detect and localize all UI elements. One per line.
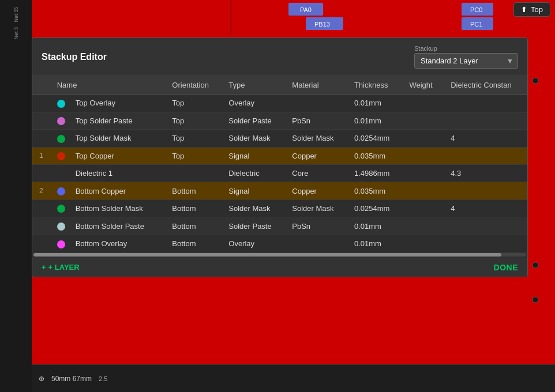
- row-orientation: Top: [165, 95, 222, 112]
- layer-color-dot: [57, 152, 65, 160]
- row-thickness[interactable]: 0.01mm: [347, 217, 402, 235]
- stackup-dropdown[interactable]: Standard 2 Layer Standard 4 Layer Standa…: [414, 53, 518, 69]
- row-index: [32, 130, 50, 148]
- table-row[interactable]: Bottom Solder MaskBottomSolder MaskSolde…: [32, 199, 527, 217]
- row-weight: [402, 235, 444, 252]
- scroll-bar-thumb: [33, 253, 501, 257]
- layers-table-container[interactable]: Name Orientation Type Material Thickness…: [32, 76, 527, 253]
- table-row[interactable]: Bottom Solder PasteBottomSolder PastePbS…: [32, 217, 527, 235]
- stackup-dropdown-wrapper[interactable]: Standard 2 Layer Standard 4 Layer Standa…: [414, 53, 518, 69]
- row-material: Solder Mask: [285, 199, 347, 217]
- top-bar: ⬆ Top: [509, 0, 555, 19]
- row-name[interactable]: Top Solder Paste: [69, 112, 166, 130]
- row-index: 1: [32, 147, 50, 165]
- row-name[interactable]: Bottom Solder Paste: [69, 217, 166, 235]
- done-button[interactable]: DONE: [494, 263, 518, 272]
- table-row[interactable]: 2Bottom CopperBottomSignalCopper0.035mm: [32, 182, 527, 200]
- row-color: [50, 165, 69, 182]
- table-row[interactable]: Top Solder MaskTopSolder MaskSolder Mask…: [32, 130, 527, 148]
- row-material: Copper: [285, 147, 347, 165]
- row-index: [32, 165, 50, 182]
- row-weight: [402, 199, 444, 217]
- col-orientation: Orientation: [165, 76, 222, 95]
- modal-overlay: Stackup Editor Stackup Standard 2 Layer …: [32, 37, 549, 363]
- row-dielectric[interactable]: [444, 147, 527, 165]
- row-thickness[interactable]: 0.01mm: [347, 235, 402, 252]
- layer-color-dot: [57, 205, 65, 213]
- row-weight: [402, 217, 444, 235]
- table-row[interactable]: Dielectric 1DielectricCore1.4986mm4.3: [32, 165, 527, 182]
- layer-color-dot: [57, 187, 65, 195]
- col-weight: Weight: [402, 76, 444, 95]
- row-thickness[interactable]: 1.4986mm: [347, 165, 402, 182]
- layer-color-dot: [57, 100, 65, 108]
- top-button[interactable]: ⬆ Top: [513, 2, 550, 17]
- row-weight: [402, 130, 444, 148]
- row-dielectric[interactable]: 4: [444, 199, 527, 217]
- svg-text:PA0: PA0: [300, 6, 312, 13]
- col-thickness: Thickness: [347, 76, 402, 95]
- row-dielectric[interactable]: 4.3: [444, 165, 527, 182]
- row-name[interactable]: Bottom Copper: [69, 182, 166, 200]
- row-type: Solder Paste: [222, 112, 285, 130]
- row-material: Solder Mask: [285, 130, 347, 148]
- row-thickness[interactable]: 0.0254mm: [347, 199, 402, 217]
- row-thickness[interactable]: 0.035mm: [347, 182, 402, 200]
- row-color: [50, 199, 69, 217]
- table-header-row: Name Orientation Type Material Thickness…: [32, 76, 527, 95]
- row-type: Dielectric: [222, 165, 285, 182]
- table-row[interactable]: Top Solder PasteTopSolder PastePbSn0.01m…: [32, 112, 527, 130]
- row-weight: [402, 95, 444, 112]
- row-name[interactable]: Top Solder Mask: [69, 130, 166, 148]
- row-dielectric[interactable]: [444, 235, 527, 252]
- row-name[interactable]: Bottom Overlay: [69, 235, 166, 252]
- col-dielectric: Dielectric Constan: [444, 76, 527, 95]
- scale-indicator: 2.5: [99, 375, 107, 382]
- row-name[interactable]: Top Overlay: [69, 95, 166, 112]
- row-dielectric[interactable]: [444, 112, 527, 130]
- row-dielectric[interactable]: 4: [444, 130, 527, 148]
- layer-color-dot: [57, 117, 65, 125]
- col-material: Material: [285, 76, 347, 95]
- svg-text:PC1: PC1: [470, 21, 482, 28]
- svg-text:PC0: PC0: [470, 6, 482, 13]
- horizontal-scrollbar[interactable]: [33, 253, 526, 257]
- row-name[interactable]: Bottom Solder Mask: [69, 199, 166, 217]
- row-dielectric[interactable]: [444, 217, 527, 235]
- stackup-label: Stackup: [414, 45, 437, 52]
- left-sidebar: Net 35 Net 3: [0, 0, 32, 392]
- layer-color-dot: [57, 223, 65, 231]
- row-color: [50, 147, 69, 165]
- table-row[interactable]: 1Top CopperTopSignalCopper0.035mm: [32, 147, 527, 165]
- table-row[interactable]: Top OverlayTopOverlay0.01mm: [32, 95, 527, 112]
- row-dielectric[interactable]: [444, 182, 527, 200]
- table-row[interactable]: Bottom OverlayBottomOverlay0.01mm: [32, 235, 527, 252]
- row-thickness[interactable]: 0.035mm: [347, 147, 402, 165]
- row-material: Core: [285, 165, 347, 182]
- layers-table: Name Orientation Type Material Thickness…: [32, 76, 527, 253]
- row-orientation: Bottom: [165, 199, 222, 217]
- scale-label: 2.5: [99, 375, 107, 382]
- row-index: [32, 112, 50, 130]
- row-dielectric[interactable]: [444, 95, 527, 112]
- row-orientation: [165, 165, 222, 182]
- modal-footer: + + LAYER DONE: [32, 258, 527, 277]
- row-type: Solder Mask: [222, 130, 285, 148]
- add-layer-button[interactable]: + + LAYER: [42, 263, 80, 272]
- row-thickness[interactable]: 0.01mm: [347, 95, 402, 112]
- row-type: Signal: [222, 182, 285, 200]
- row-thickness[interactable]: 0.0254mm: [347, 130, 402, 148]
- col-name: Name: [50, 76, 166, 95]
- sidebar-net-label: Net 35: [13, 7, 19, 22]
- row-name[interactable]: Top Copper: [69, 147, 166, 165]
- row-thickness[interactable]: 0.01mm: [347, 112, 402, 130]
- row-index: [32, 199, 50, 217]
- stackup-selector: Stackup Standard 2 Layer Standard 4 Laye…: [414, 45, 518, 69]
- row-material: [285, 95, 347, 112]
- row-color: [50, 217, 69, 235]
- row-material: [285, 235, 347, 252]
- upload-icon: ⬆: [521, 5, 527, 14]
- modal-title: Stackup Editor: [42, 52, 107, 62]
- row-name[interactable]: Dielectric 1: [69, 165, 166, 182]
- row-type: Solder Paste: [222, 217, 285, 235]
